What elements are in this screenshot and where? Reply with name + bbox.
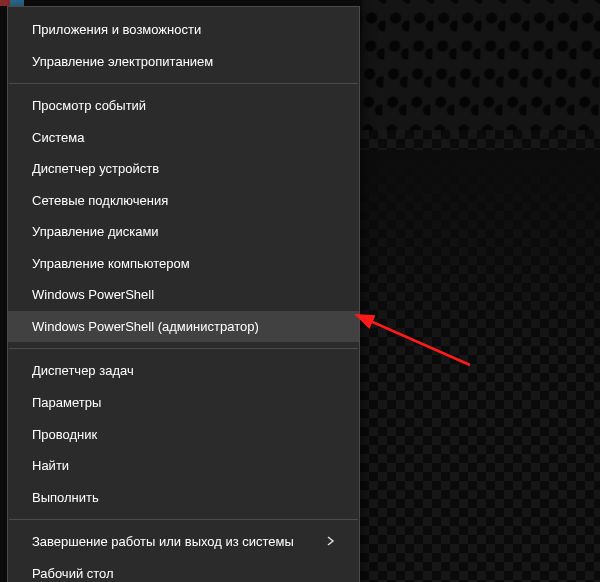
menu-item-task-manager[interactable]: Диспетчер задач (8, 355, 359, 387)
menu-item-label: Просмотр событий (32, 97, 335, 115)
menu-item-power-management[interactable]: Управление электропитанием (8, 46, 359, 78)
menu-item-label: Диспетчер задач (32, 362, 335, 380)
menu-item-label: Управление электропитанием (32, 53, 335, 71)
menu-item-powershell[interactable]: Windows PowerShell (8, 279, 359, 311)
menu-item-label: Завершение работы или выход из системы (32, 533, 317, 551)
menu-item-label: Проводник (32, 426, 335, 444)
menu-group-3: Диспетчер задач Параметры Проводник Найт… (8, 352, 359, 516)
menu-item-network-connections[interactable]: Сетевые подключения (8, 185, 359, 217)
menu-item-label: Управление дисками (32, 223, 335, 241)
menu-item-label: Параметры (32, 394, 335, 412)
menu-separator (9, 519, 358, 520)
menu-item-device-manager[interactable]: Диспетчер устройств (8, 153, 359, 185)
menu-item-file-explorer[interactable]: Проводник (8, 419, 359, 451)
menu-item-settings[interactable]: Параметры (8, 387, 359, 419)
menu-item-label: Управление компьютером (32, 255, 335, 273)
menu-group-4: Завершение работы или выход из системы Р… (8, 523, 359, 582)
menu-item-label: Система (32, 129, 335, 147)
menu-item-desktop[interactable]: Рабочий стол (8, 558, 359, 582)
menu-item-label: Выполнить (32, 489, 335, 507)
menu-item-label: Windows PowerShell (администратор) (32, 318, 335, 336)
menu-item-label: Найти (32, 457, 335, 475)
menu-item-system[interactable]: Система (8, 122, 359, 154)
menu-group-2: Просмотр событий Система Диспетчер устро… (8, 87, 359, 345)
menu-separator (9, 83, 358, 84)
menu-item-search[interactable]: Найти (8, 450, 359, 482)
menu-item-label: Приложения и возможности (32, 21, 335, 39)
menu-item-label: Рабочий стол (32, 565, 335, 582)
menu-item-shutdown-signout[interactable]: Завершение работы или выход из системы (8, 526, 359, 558)
menu-separator (9, 348, 358, 349)
menu-item-event-viewer[interactable]: Просмотр событий (8, 90, 359, 122)
winx-power-user-menu[interactable]: Приложения и возможности Управление элек… (7, 6, 360, 582)
menu-item-run[interactable]: Выполнить (8, 482, 359, 514)
menu-group-1: Приложения и возможности Управление элек… (8, 11, 359, 80)
chevron-right-icon (317, 534, 335, 550)
menu-item-apps-features[interactable]: Приложения и возможности (8, 14, 359, 46)
menu-item-label: Сетевые подключения (32, 192, 335, 210)
wallpaper-hex-pattern (357, 0, 600, 150)
menu-item-computer-management[interactable]: Управление компьютером (8, 248, 359, 280)
menu-item-label: Windows PowerShell (32, 286, 335, 304)
wallpaper-fade (360, 150, 600, 350)
menu-item-label: Диспетчер устройств (32, 160, 335, 178)
menu-item-disk-management[interactable]: Управление дисками (8, 216, 359, 248)
menu-item-powershell-admin[interactable]: Windows PowerShell (администратор) (8, 311, 359, 343)
